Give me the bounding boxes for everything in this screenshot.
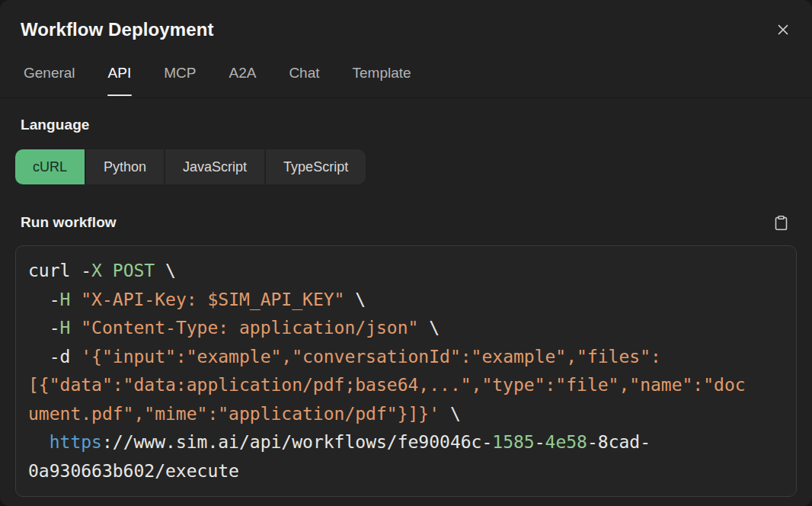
code-line: -d '{"input":"example","conversationId":…	[28, 343, 784, 372]
clipboard-icon	[773, 215, 789, 231]
tab-template[interactable]: Template	[352, 64, 412, 98]
code-line: ument.pdf","mime":"application/pdf"}]}' …	[28, 400, 784, 429]
language-label: Language	[21, 116, 797, 134]
tab-chat[interactable]: Chat	[288, 64, 320, 98]
language-group: cURLPythonJavaScriptTypeScript	[15, 149, 366, 184]
code-block: curl -X POST \ -H "X-API-Key: $SIM_API_K…	[15, 245, 797, 497]
page-title: Workflow Deployment	[21, 19, 213, 40]
run-workflow-row: Run workflow	[15, 211, 797, 234]
modal-header: Workflow Deployment	[0, 0, 812, 42]
code-line: https://www.sim.ai/api/workflows/fe90046…	[28, 428, 784, 457]
tab-general[interactable]: General	[23, 64, 76, 98]
tab-bar: GeneralAPIMCPA2AChatTemplate	[0, 64, 812, 98]
code-line: [{"data":"data:application/pdf;base64,..…	[28, 371, 784, 400]
modal-content: Language cURLPythonJavaScriptTypeScript …	[0, 98, 812, 497]
language-option-curl[interactable]: cURL	[15, 149, 85, 184]
code-line: curl -X POST \	[28, 257, 784, 286]
code-line: -H "X-API-Key: $SIM_API_KEY" \	[28, 286, 784, 315]
language-option-python[interactable]: Python	[86, 149, 164, 184]
code-line: -H "Content-Type: application/json" \	[28, 314, 784, 343]
tab-a2a[interactable]: A2A	[228, 64, 257, 98]
tab-api[interactable]: API	[107, 64, 133, 98]
tab-mcp[interactable]: MCP	[163, 64, 197, 98]
language-option-typescript[interactable]: TypeScript	[266, 149, 366, 184]
code-line: 0a930663b602/execute	[28, 457, 784, 486]
close-button[interactable]	[771, 18, 795, 42]
workflow-deployment-modal: Workflow Deployment GeneralAPIMCPA2AChat…	[0, 0, 812, 506]
language-option-javascript[interactable]: JavaScript	[165, 149, 264, 184]
run-workflow-label: Run workflow	[21, 213, 117, 232]
x-icon	[775, 21, 791, 38]
copy-button[interactable]	[769, 211, 792, 234]
